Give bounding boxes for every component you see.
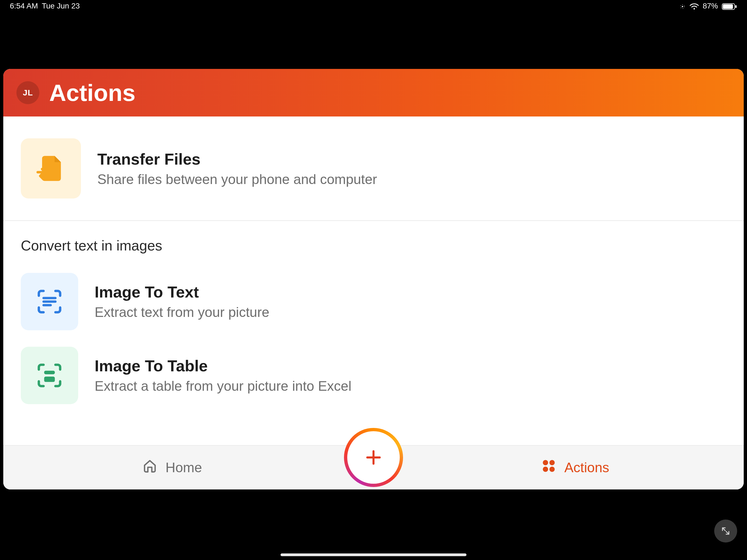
tab-home[interactable]: Home (3, 458, 341, 477)
status-battery-pct: 87% (703, 2, 718, 10)
action-title: Image To Text (95, 283, 269, 301)
transfer-files-icon (21, 138, 81, 199)
svg-point-10 (543, 466, 548, 472)
action-title: Transfer Files (97, 150, 377, 168)
image-to-text-icon (21, 273, 78, 330)
svg-point-9 (549, 460, 555, 465)
status-bar: 6:54 AM Tue Jun 23 87% (0, 0, 747, 12)
cellular-icon (679, 2, 686, 10)
tab-bar: Home Actions (3, 445, 744, 489)
action-subtitle: Share files between your phone and compu… (97, 172, 377, 187)
svg-point-2 (693, 8, 695, 9)
image-to-table-icon (21, 347, 78, 404)
avatar-initials: JL (23, 88, 33, 97)
status-time: 6:54 AM (10, 2, 38, 10)
tab-home-label: Home (165, 460, 202, 476)
action-image-to-text[interactable]: Image To Text Extract text from your pic… (3, 265, 744, 338)
home-indicator[interactable] (281, 554, 466, 556)
svg-rect-4 (735, 5, 737, 8)
action-transfer-files[interactable]: Transfer Files Share files between your … (3, 117, 744, 221)
avatar[interactable]: JL (17, 81, 40, 104)
svg-rect-6 (44, 371, 55, 374)
action-subtitle: Extract text from your picture (95, 304, 269, 320)
tab-actions-label: Actions (564, 460, 609, 476)
section-header-convert: Convert text in images (3, 221, 744, 265)
app-window: JL Actions Transfer Files Share files be… (3, 69, 744, 489)
wifi-icon (690, 2, 699, 10)
svg-point-8 (543, 460, 548, 465)
battery-icon (722, 2, 737, 10)
svg-point-0 (682, 6, 683, 7)
action-subtitle: Extract a table from your picture into E… (95, 378, 351, 394)
grid-icon (541, 458, 557, 477)
home-icon (142, 458, 158, 477)
app-header: JL Actions (3, 69, 744, 117)
action-image-to-table[interactable]: Image To Table Extract a table from your… (3, 338, 744, 412)
svg-rect-5 (723, 4, 733, 9)
tab-actions[interactable]: Actions (406, 458, 744, 477)
svg-rect-7 (44, 377, 55, 382)
action-title: Image To Table (95, 357, 351, 375)
new-button[interactable] (346, 430, 401, 485)
svg-point-11 (549, 466, 555, 472)
status-date: Tue Jun 23 (42, 2, 80, 10)
page-title: Actions (49, 79, 135, 106)
pip-restore-button[interactable] (714, 519, 737, 542)
